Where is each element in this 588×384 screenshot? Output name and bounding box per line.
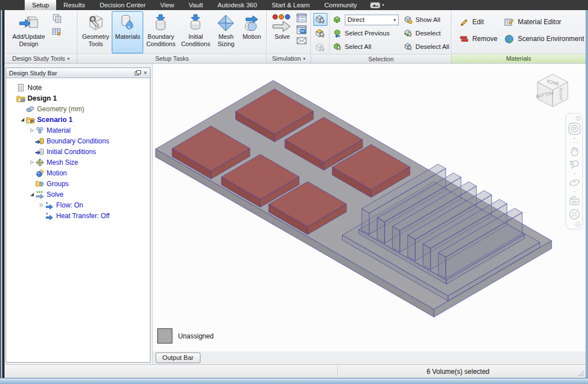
tab-decision-center[interactable]: Decision Center xyxy=(92,0,153,10)
expander-icon[interactable]: ◢ xyxy=(29,192,35,197)
scenario-folder-icon xyxy=(26,115,35,124)
edit-button[interactable]: Edit xyxy=(459,13,504,30)
float-panel-icon[interactable] xyxy=(135,70,141,76)
close-panel-icon[interactable]: × xyxy=(144,70,147,76)
deselect-button[interactable]: Deselect xyxy=(403,26,449,40)
motion-icon xyxy=(242,13,261,33)
geometry-tools-button[interactable]: Geometry Tools xyxy=(79,11,112,53)
select-previous-button[interactable]: Select Previous xyxy=(332,26,399,40)
select-all-button[interactable]: Select All xyxy=(332,40,399,53)
tab-setup[interactable]: Setup xyxy=(25,0,56,10)
tree-item-design-1[interactable]: Design 1 xyxy=(6,93,150,103)
tree-item-motion[interactable]: Motion xyxy=(6,168,150,178)
initial-conditions-icon xyxy=(186,13,204,33)
output-bar-button[interactable]: Output Bar xyxy=(156,353,200,363)
zoom-extents-icon[interactable] xyxy=(568,208,581,220)
motion-button[interactable]: Motion xyxy=(239,11,265,53)
group-label-design-study-tools[interactable]: Design Study Tools ▾ xyxy=(4,53,77,63)
initial-conditions-icon xyxy=(35,147,44,156)
flow-icon xyxy=(45,201,54,210)
design-review-icon[interactable] xyxy=(52,27,62,37)
chevron-down-icon[interactable]: ▾ xyxy=(573,172,575,175)
tab-start-learn[interactable]: Start & Learn xyxy=(265,0,317,10)
initial-conditions-button[interactable]: Initial Conditions xyxy=(178,11,213,53)
tree-item-note[interactable]: Note xyxy=(6,82,150,93)
tree-item-flow[interactable]: ▷ Flow: On xyxy=(6,200,150,210)
tree-item-geometry[interactable]: Geometry (mm) xyxy=(6,103,150,114)
chevron-down-icon[interactable]: ▾ xyxy=(573,190,575,193)
navigation-wheel-icon[interactable] xyxy=(568,122,581,135)
select-volumes-toggle[interactable] xyxy=(313,13,327,26)
tab-view[interactable]: View xyxy=(153,0,181,10)
tree-item-scenario-1[interactable]: ◢ Scenario 1 xyxy=(6,114,150,125)
add-update-design-button[interactable]: Add/Update Design xyxy=(6,11,51,53)
deselect-all-icon xyxy=(403,42,413,51)
pan-hand-icon[interactable] xyxy=(568,145,581,157)
grip-dots-icon xyxy=(578,371,584,376)
tree-item-initial-conditions[interactable]: Initial Conditions xyxy=(6,146,150,157)
materials-button[interactable]: Materials xyxy=(112,11,143,53)
show-all-icon xyxy=(403,15,413,24)
expander-icon[interactable]: ▷ xyxy=(29,128,35,133)
tab-autodesk-360[interactable]: Autodesk 360 xyxy=(210,0,264,10)
chevron-down-icon[interactable]: ▾ xyxy=(573,137,575,140)
select-surfaces-toggle[interactable] xyxy=(313,27,327,40)
remove-button[interactable]: Remove xyxy=(459,30,504,47)
clone-design-icon[interactable] xyxy=(52,13,62,24)
unassigned-label: Unassigned xyxy=(178,332,213,340)
expander-icon[interactable]: ◢ xyxy=(19,117,26,122)
resize-grip[interactable] xyxy=(578,365,586,378)
navbar-close-icon[interactable] xyxy=(576,116,581,121)
email-notification-icon[interactable] xyxy=(297,37,307,44)
tab-results[interactable]: Results xyxy=(56,0,92,10)
material-legend: Unassigned xyxy=(157,328,213,344)
group-label-setup-tasks: Setup Tasks xyxy=(78,53,266,63)
material-editor-icon xyxy=(504,17,514,27)
chevron-down-icon: ▾ xyxy=(394,17,396,22)
viewport-3d[interactable]: BACK BOTTOM RIGHT ▾ xyxy=(152,64,586,351)
orbit-icon[interactable] xyxy=(568,177,581,189)
tree-item-boundary-conditions[interactable]: Boundary Conditions xyxy=(6,135,150,146)
ribbon-group-materials: Edit Remove xyxy=(452,10,586,63)
edit-pencil-icon xyxy=(459,17,469,27)
scenario-environment-button[interactable]: Scenario Environment xyxy=(504,30,584,47)
group-label-simulation[interactable]: Simulation ▾ xyxy=(267,53,310,63)
tree-item-mesh-size[interactable]: ▷ Mesh Size xyxy=(6,157,150,168)
ribbon: Add/Update Design Design Stud xyxy=(4,10,586,64)
viewport-3d-scene[interactable] xyxy=(153,64,586,351)
material-editor-button[interactable]: Material Editor xyxy=(504,13,584,30)
viewcube-right-label: RIGHT xyxy=(558,88,563,101)
select-surface-icon xyxy=(314,28,326,39)
deselect-all-button[interactable]: Deselect All xyxy=(403,40,449,53)
panel-title: Design Study Bar xyxy=(9,70,57,76)
mesh-sizing-button[interactable]: Mesh Sizing xyxy=(213,11,239,53)
solution-monitor-icon[interactable] xyxy=(297,25,307,34)
selection-mode-dropdown[interactable]: Direct ▾ xyxy=(345,15,399,25)
look-at-icon[interactable] xyxy=(568,195,581,207)
zoom-icon[interactable] xyxy=(568,159,581,171)
tree-item-solve[interactable]: ◢ Solve xyxy=(6,189,150,200)
expander-icon[interactable]: ▷ xyxy=(29,160,35,165)
panel-title-bar[interactable]: Design Study Bar × xyxy=(6,68,150,78)
design-folder-icon xyxy=(16,94,25,103)
geometry-icon xyxy=(26,105,35,114)
expander-icon[interactable]: ▷ xyxy=(38,202,45,207)
tree-item-heat-transfer[interactable]: Heat Transfer: Off xyxy=(6,210,150,221)
navbar-collapse-icon[interactable] xyxy=(575,222,581,227)
solution-manager-icon[interactable] xyxy=(297,13,307,22)
solve-icon xyxy=(272,13,292,33)
select-edges-toggle[interactable] xyxy=(313,41,327,54)
view-cube[interactable]: BACK BOTTOM RIGHT xyxy=(528,69,577,118)
geometry-tools-icon xyxy=(86,13,105,33)
tree-item-material[interactable]: ▷ Material xyxy=(6,125,150,135)
status-message: 6 Volume(s) selected xyxy=(338,365,578,378)
solve-button[interactable]: Solve xyxy=(268,11,295,53)
media-browser-button[interactable]: ▾ xyxy=(370,0,385,10)
tab-vault[interactable]: Vault xyxy=(181,0,210,10)
window-border-bottom xyxy=(0,378,588,384)
mesh-sizing-icon xyxy=(216,13,235,33)
tree-item-groups[interactable]: Groups xyxy=(6,178,150,189)
tab-community[interactable]: Community xyxy=(317,0,364,10)
boundary-conditions-button[interactable]: Boundary Conditions xyxy=(143,11,178,53)
show-all-button[interactable]: Show All xyxy=(403,13,449,26)
